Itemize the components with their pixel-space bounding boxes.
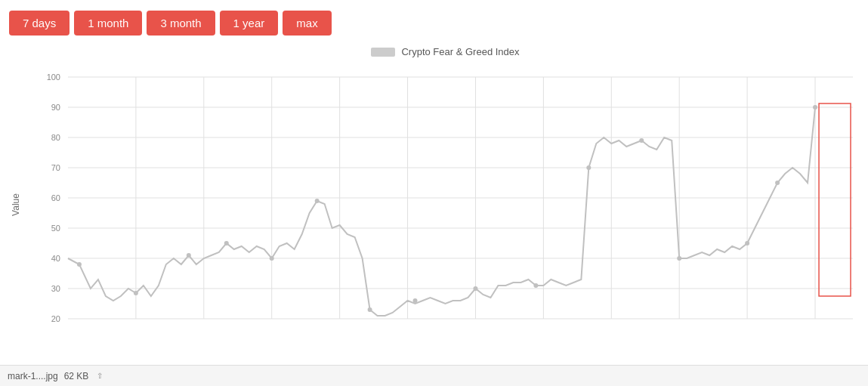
svg-text:50: 50 xyxy=(51,224,60,233)
chart-area: Crypto Fear & Greed Index Value .grid-li… xyxy=(0,46,868,363)
chart-dot xyxy=(813,105,817,110)
chart-dot xyxy=(473,286,477,291)
chart-title: Crypto Fear & Greed Index xyxy=(401,46,519,57)
btn-1year[interactable]: 1 year xyxy=(220,11,279,36)
svg-text:20: 20 xyxy=(51,314,60,323)
chart-dot xyxy=(413,298,418,303)
svg-text:90: 90 xyxy=(51,103,60,112)
y-axis-label: Value xyxy=(11,193,21,216)
chevron-up-icon[interactable]: ⇧ xyxy=(94,371,105,381)
svg-text:80: 80 xyxy=(51,133,60,142)
chart-svg: .grid-line { stroke: #e0e0e0; stroke-wid… xyxy=(38,62,853,341)
toolbar: 7 days 1 month 3 month 1 year max xyxy=(0,0,868,46)
legend-swatch xyxy=(371,48,395,57)
svg-text:40: 40 xyxy=(51,254,60,263)
svg-text:30: 30 xyxy=(51,284,60,293)
chart-dot xyxy=(270,256,274,261)
chart-dot xyxy=(134,291,138,295)
btn-1month[interactable]: 1 month xyxy=(74,11,142,36)
chart-dot xyxy=(224,241,229,245)
selection-rect xyxy=(819,103,851,296)
svg-text:70: 70 xyxy=(51,163,60,172)
chart-legend: Crypto Fear & Greed Index xyxy=(38,46,853,57)
chart-dot xyxy=(368,307,372,312)
svg-text:60: 60 xyxy=(51,193,60,202)
chart-dot xyxy=(586,165,591,170)
chart-dot xyxy=(775,181,780,185)
chart-dot xyxy=(677,256,681,261)
chart-dot xyxy=(77,262,82,267)
chart-dot xyxy=(315,199,320,203)
btn-3month[interactable]: 3 month xyxy=(147,11,215,36)
filename-label: mark-1....jpg xyxy=(8,371,58,381)
chart-dot xyxy=(533,283,538,288)
btn-7days[interactable]: 7 days xyxy=(9,11,70,36)
filesize-label: 62 KB xyxy=(64,371,89,381)
chart-dot xyxy=(187,253,191,258)
chart-dot xyxy=(639,138,644,143)
status-bar: mark-1....jpg 62 KB ⇧ xyxy=(0,365,868,386)
chart-line xyxy=(68,107,815,316)
btn-max[interactable]: max xyxy=(283,11,331,36)
chart-dot xyxy=(745,241,749,245)
svg-text:100: 100 xyxy=(47,73,60,82)
